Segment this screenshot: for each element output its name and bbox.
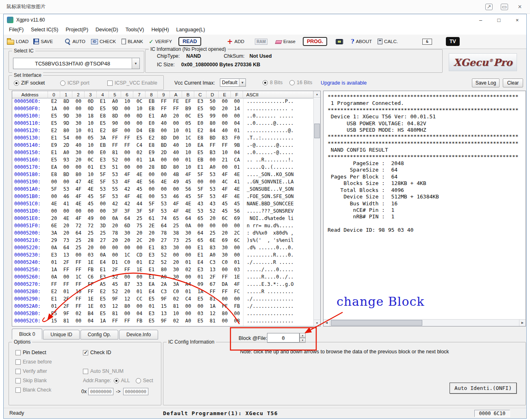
hex-scroll-thumb[interactable] — [314, 124, 320, 138]
hex-byte[interactable]: 25 — [170, 223, 182, 230]
hex-byte[interactable]: 5F — [48, 186, 60, 194]
hex-byte[interactable]: FF — [48, 281, 60, 289]
hex-byte[interactable]: E0 — [97, 150, 109, 157]
hex-byte[interactable]: 45 — [219, 208, 231, 215]
hex-byte[interactable]: B3 — [206, 150, 219, 157]
hex-byte[interactable]: 53 — [109, 172, 121, 179]
hex-byte[interactable]: 0A — [182, 223, 194, 230]
hex-byte[interactable]: 00 — [48, 179, 60, 186]
hex-byte[interactable]: 30 — [72, 150, 85, 157]
hex-byte[interactable]: 0C — [182, 113, 194, 120]
hex-byte[interactable]: 01 — [146, 303, 158, 311]
hex-byte[interactable]: 00 — [121, 120, 133, 128]
hex-byte[interactable]: 80 — [60, 128, 72, 135]
hex-byte[interactable]: FF — [219, 274, 231, 281]
hex-byte[interactable]: 20 — [121, 237, 133, 245]
hex-byte[interactable]: 00 — [194, 179, 206, 186]
hex-byte[interactable]: E5 — [194, 318, 206, 325]
hex-byte[interactable]: 3A — [97, 135, 109, 142]
auto-identify-button[interactable]: Auto Identi.(ONFI) — [450, 383, 517, 394]
hex-byte[interactable]: BD — [158, 142, 170, 150]
hex-byte[interactable]: C0 — [121, 259, 133, 267]
hex-byte[interactable]: 00 — [219, 120, 231, 128]
hex-byte[interactable]: 00 — [182, 245, 194, 252]
menu-item-device-d[interactable]: Device(D) — [92, 26, 122, 34]
chevron-down-icon[interactable]: ▼ — [132, 58, 139, 69]
menu-item-select-ic-s[interactable]: Select IC(S) — [27, 26, 62, 34]
hex-byte[interactable]: 00 — [146, 172, 158, 179]
hex-byte[interactable]: 6D — [121, 223, 133, 230]
hex-byte[interactable]: 5F — [97, 172, 109, 179]
hex-byte[interactable]: 25 — [97, 230, 109, 237]
hex-byte[interactable]: 00 — [206, 223, 219, 230]
hex-byte[interactable]: 00 — [170, 120, 182, 128]
menu-item-file-f[interactable]: File(F) — [5, 26, 27, 34]
hex-byte[interactable]: E1 — [97, 98, 109, 106]
hex-byte[interactable]: CC — [133, 296, 146, 303]
maximize-button[interactable]: □ — [490, 14, 508, 26]
hex-byte[interactable]: 2F — [206, 274, 219, 281]
hex-byte[interactable]: C3 — [206, 259, 219, 267]
hex-byte[interactable]: 4E — [72, 201, 85, 208]
hex-byte[interactable]: 43 — [206, 201, 219, 208]
hex-byte[interactable]: EB — [146, 106, 158, 113]
hex-byte[interactable]: FF — [85, 289, 97, 296]
hex-byte[interactable]: E5 — [133, 135, 146, 142]
hex-byte[interactable]: 1A — [146, 157, 158, 164]
hex-byte[interactable]: 2A — [158, 281, 170, 289]
hex-byte[interactable]: 00 — [60, 208, 72, 215]
hex-byte[interactable]: E5 — [48, 311, 60, 318]
hex-byte[interactable]: 00 — [231, 252, 243, 259]
hex-byte[interactable]: 13 — [158, 311, 170, 318]
hex-byte[interactable]: 0A — [97, 325, 109, 326]
hex-byte[interactable]: 55 — [109, 186, 121, 194]
hex-byte[interactable]: 01 — [231, 259, 243, 267]
hex-byte[interactable]: 84 — [206, 128, 219, 135]
hex-byte[interactable]: 4F — [219, 194, 231, 201]
hex-byte[interactable]: 00 — [194, 223, 206, 230]
hex-byte[interactable]: 44 — [133, 201, 146, 208]
hex-byte[interactable]: BD — [60, 172, 72, 179]
hex-byte[interactable]: 1A — [194, 289, 206, 296]
hex-byte[interactable]: 00 — [133, 245, 146, 252]
hex-byte[interactable]: 20 — [170, 259, 182, 267]
hex-byte[interactable]: 13 — [206, 267, 219, 274]
hex-byte[interactable]: 25 — [85, 230, 97, 237]
hex-byte[interactable]: 69 — [231, 215, 243, 223]
hex-byte[interactable]: 80 — [219, 311, 231, 318]
hex-byte[interactable]: 69 — [219, 237, 231, 245]
chevron-down-icon[interactable]: ▼ — [239, 79, 245, 86]
hex-byte[interactable]: 56 — [182, 186, 194, 194]
hex-byte[interactable]: 4F — [121, 194, 133, 201]
hex-byte[interactable]: 93 — [60, 157, 72, 164]
hex-byte[interactable]: 0D — [85, 98, 97, 106]
hex-byte[interactable]: 00 — [231, 223, 243, 230]
hex-byte[interactable]: E4 — [146, 289, 158, 296]
hex-ascii[interactable]: _SONSUBE...V_SON — [243, 186, 313, 194]
hex-byte[interactable]: E2 — [97, 128, 109, 135]
hex-byte[interactable]: A0 — [206, 252, 219, 259]
hex-byte[interactable]: E3 — [146, 252, 158, 259]
hex-byte[interactable]: 1C — [121, 252, 133, 259]
hex-byte[interactable]: E5 — [97, 106, 109, 113]
blank-button[interactable]: BLANK — [122, 39, 143, 44]
hex-byte[interactable]: C3 — [158, 289, 170, 296]
hex-byte[interactable]: E1 — [194, 164, 206, 172]
hex-byte[interactable]: 20 — [109, 223, 121, 230]
hex-byte[interactable]: E3 — [97, 274, 109, 281]
hex-byte[interactable]: 4F — [231, 281, 243, 289]
block-at-file-input[interactable]: 0 — [267, 333, 300, 343]
hex-byte[interactable]: 80 — [72, 172, 85, 179]
read-button[interactable]: READ — [178, 37, 201, 46]
hex-byte[interactable]: 4E — [231, 186, 243, 194]
hex-byte[interactable]: 40 — [72, 142, 85, 150]
hex-byte[interactable]: 10 — [85, 172, 97, 179]
hex-ascii[interactable]: ..0......-@..... — [243, 150, 313, 157]
erase-button[interactable]: Erase — [276, 39, 295, 44]
bits16-radio[interactable] — [289, 80, 295, 85]
hex-byte[interactable]: 81 — [109, 150, 121, 157]
hex-byte[interactable]: FF — [109, 142, 121, 150]
hex-byte[interactable]: 2D — [158, 150, 170, 157]
hex-byte[interactable]: 8F — [109, 128, 121, 135]
hex-byte[interactable]: 4F — [219, 186, 231, 194]
